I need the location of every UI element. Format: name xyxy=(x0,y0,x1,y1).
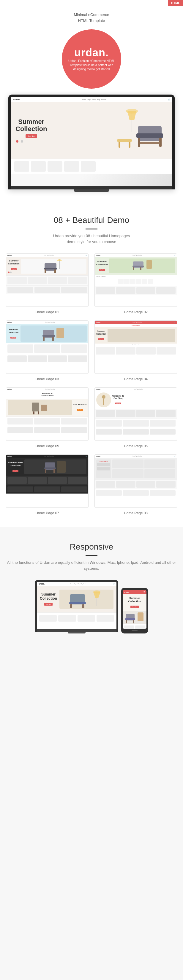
demo-label-02: Home Page 02 xyxy=(124,310,148,314)
product-mini-2 xyxy=(31,161,46,172)
hero-section: Minimal eCommerce HTML Template urdan. U… xyxy=(0,0,183,201)
svg-rect-23 xyxy=(42,335,55,337)
screen-products-row xyxy=(11,159,172,174)
svg-rect-21 xyxy=(146,260,152,269)
svg-rect-28 xyxy=(41,405,47,411)
svg-rect-49 xyxy=(138,612,143,621)
demo-label-03: Home Page 03 xyxy=(35,377,59,381)
svg-rect-10 xyxy=(128,142,130,148)
svg-rect-34 xyxy=(44,468,56,469)
device-phone-screen: urdan. ☰ SummerCollection Shop Now xyxy=(123,590,146,629)
monitor-logo: urdan. xyxy=(39,583,45,585)
demo-card-05: urdan. Home Pages Shop Blog Welcome ToFu… xyxy=(6,387,88,449)
svg-rect-41 xyxy=(82,604,84,608)
responsive-section: Responsive All the functions of Urdan ar… xyxy=(0,527,183,645)
responsive-divider xyxy=(85,555,98,556)
demo-section-title: 08 + Beautiful Demo xyxy=(6,215,177,225)
svg-rect-20 xyxy=(140,267,141,270)
section-divider xyxy=(85,229,98,229)
svg-rect-26 xyxy=(56,328,64,338)
monitor-hero-title: SummerCollection xyxy=(40,593,57,600)
html-badge: HTML xyxy=(168,0,183,6)
device-monitor-frame: urdan. Home Pages Shop Blog Contact 🛒 Su… xyxy=(35,580,118,632)
svg-rect-14 xyxy=(55,269,56,273)
screen-hero-btn: Shop Now xyxy=(26,134,37,138)
demo-thumbnail-04[interactable]: urdan. Home Pages Shop Blog 🛒 Everybrand… xyxy=(95,320,177,374)
svg-marker-2 xyxy=(127,111,136,120)
svg-rect-47 xyxy=(126,620,127,624)
device-monitor-screen: urdan. Home Pages Shop Blog Contact 🛒 Su… xyxy=(37,582,116,629)
svg-rect-5 xyxy=(138,138,140,147)
demo-label-01: Home Page 01 xyxy=(35,310,59,314)
demo-card-08: urdan. Home Pages Shop Blog 🛒 Everybrand xyxy=(95,454,177,515)
demo-thumbnail-01[interactable]: urdan. Home Pages Shop Blog 🛒 SummerColl… xyxy=(6,253,88,307)
screen-cart-icon: 🛒 xyxy=(168,99,170,100)
screen-logo: urdan. xyxy=(13,98,20,101)
svg-rect-29 xyxy=(33,412,34,414)
svg-rect-6 xyxy=(159,138,162,147)
phone-home-btn xyxy=(132,630,138,631)
svg-point-16 xyxy=(57,259,62,261)
nav-item-home: Home xyxy=(82,99,85,100)
demo-label-04: Home Page 04 xyxy=(124,377,148,381)
svg-rect-13 xyxy=(45,269,46,273)
screen-nav-items: Home Pages Shop Blog Contact xyxy=(22,99,166,100)
svg-rect-24 xyxy=(43,337,45,341)
svg-rect-9 xyxy=(119,142,120,148)
brand-circle: urdan. Urdan- Fashion eCommerce HTML Tem… xyxy=(62,29,121,89)
svg-rect-18 xyxy=(133,266,144,267)
screen-nav: urdan. Home Pages Shop Blog Contact 🛒 xyxy=(11,97,172,102)
demo-label-07: Home Page 07 xyxy=(35,511,59,515)
svg-rect-8 xyxy=(117,139,132,142)
responsive-devices: urdan. Home Pages Shop Blog Contact 🛒 Su… xyxy=(6,580,177,633)
nav-item-blog: Blog xyxy=(97,99,100,100)
svg-point-31 xyxy=(102,395,106,399)
svg-rect-4 xyxy=(136,134,163,138)
demo-thumbnail-05[interactable]: urdan. Home Pages Shop Blog Welcome ToFu… xyxy=(6,387,88,441)
nav-item-pages: Pages xyxy=(87,99,91,100)
laptop-mockup: urdan. Home Pages Shop Blog Contact 🛒 xyxy=(8,95,175,192)
svg-marker-44 xyxy=(93,592,100,598)
svg-rect-30 xyxy=(38,412,39,414)
responsive-title: Responsive xyxy=(6,542,177,552)
demo-card-03: urdan. Home Pages Shop Blog SummerCollec… xyxy=(6,320,88,382)
demo-label-08: Home Page 08 xyxy=(124,511,148,515)
laptop-screen: urdan. Home Pages Shop Blog Contact 🛒 xyxy=(11,97,172,186)
svg-rect-27 xyxy=(32,402,39,412)
demo-grid: urdan. Home Pages Shop Blog 🛒 SummerColl… xyxy=(6,253,177,515)
svg-rect-46 xyxy=(125,618,135,620)
svg-rect-37 xyxy=(57,461,66,473)
monitor-stand xyxy=(68,632,85,633)
svg-rect-48 xyxy=(133,620,134,624)
demo-thumbnail-06[interactable]: urdan. Home Pages Shop Blog Welcome ToOu… xyxy=(95,387,177,441)
svg-rect-25 xyxy=(52,337,54,341)
screen-hero-title: SummerCollection xyxy=(16,118,47,132)
dot-active xyxy=(16,140,18,143)
chair-illustration-svg xyxy=(108,108,167,153)
dot-1 xyxy=(21,140,23,143)
product-mini-3 xyxy=(48,161,63,172)
laptop-stand xyxy=(74,189,109,192)
demo-thumbnail-07[interactable]: urdan. Home Pages Shop Blog 🛒 Summer New… xyxy=(6,454,88,508)
brand-name: urdan. xyxy=(74,46,109,59)
phone-hero-btn: Shop Now xyxy=(130,606,139,608)
demo-card-01: urdan. Home Pages Shop Blog 🛒 SummerColl… xyxy=(6,253,88,315)
device-phone-frame: urdan. ☰ SummerCollection Shop Now xyxy=(121,588,148,633)
laptop-frame: urdan. Home Pages Shop Blog Contact 🛒 xyxy=(8,95,175,189)
demo-thumbnail-03[interactable]: urdan. Home Pages Shop Blog SummerCollec… xyxy=(6,320,88,374)
screen-hero-area: SummerCollection Shop Now xyxy=(11,102,172,159)
monitor-hero-btn: Shop Now xyxy=(44,603,53,606)
svg-rect-12 xyxy=(44,268,57,269)
svg-rect-19 xyxy=(133,267,134,270)
responsive-subtitle: All the functions of Urdan are equally e… xyxy=(6,560,177,571)
svg-rect-35 xyxy=(45,469,46,473)
svg-rect-39 xyxy=(69,602,86,604)
demo-thumbnail-02[interactable]: urdan. Home Pages Shop Blog 🛒 SummerColl… xyxy=(95,253,177,307)
demo-section: 08 + Beautiful Demo Urdan provide you 08… xyxy=(0,201,183,527)
monitor-device: urdan. Home Pages Shop Blog Contact 🛒 Su… xyxy=(35,580,118,633)
demo-card-04: urdan. Home Pages Shop Blog 🛒 Everybrand… xyxy=(95,320,177,382)
nav-item-contact: Contact xyxy=(101,99,106,100)
product-mini-5 xyxy=(81,161,96,172)
demo-thumbnail-08[interactable]: urdan. Home Pages Shop Blog 🛒 Everybrand xyxy=(95,454,177,508)
svg-rect-36 xyxy=(53,469,55,473)
